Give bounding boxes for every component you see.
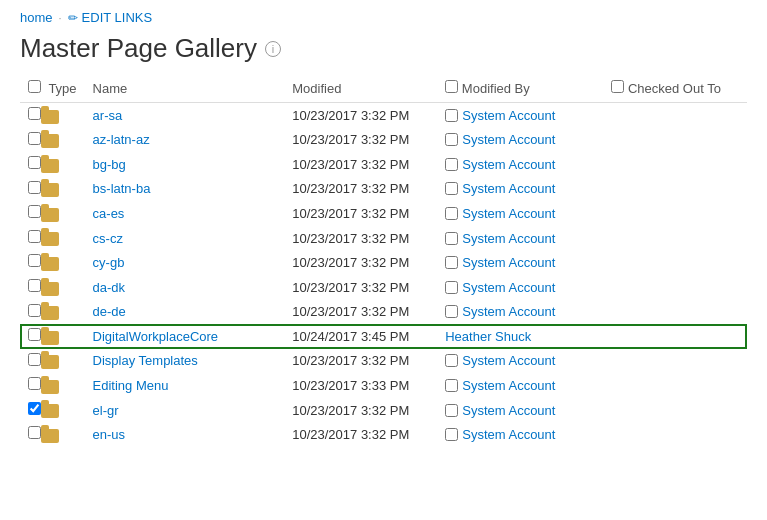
- table-row[interactable]: en-us10/23/2017 3:32 PMSystem Account: [20, 422, 747, 447]
- modified-by-link[interactable]: System Account: [462, 255, 555, 270]
- select-all-checkbox[interactable]: [28, 80, 41, 93]
- modified-by-link[interactable]: System Account: [462, 181, 555, 196]
- modified-cell: 10/23/2017 3:32 PM: [284, 201, 437, 226]
- home-link[interactable]: home: [20, 10, 53, 25]
- modified-by-checkbox[interactable]: [445, 305, 458, 318]
- row-select-checkbox[interactable]: [28, 230, 41, 243]
- row-select-checkbox[interactable]: [28, 377, 41, 390]
- modified-by-link[interactable]: Heather Shuck: [445, 329, 531, 344]
- modified-by-link[interactable]: System Account: [462, 378, 555, 393]
- modified-by-cell: System Account: [437, 152, 603, 177]
- folder-link[interactable]: Editing Menu: [93, 378, 169, 393]
- modified-by-checkbox[interactable]: [445, 354, 458, 367]
- table-row[interactable]: ca-es10/23/2017 3:32 PMSystem Account: [20, 201, 747, 226]
- col-header-modified: Modified: [284, 74, 437, 103]
- modified-by-link[interactable]: System Account: [462, 132, 555, 147]
- breadcrumb: home · ✏ EDIT LINKS: [0, 0, 767, 29]
- table-row[interactable]: Display Templates10/23/2017 3:32 PMSyste…: [20, 349, 747, 374]
- row-select-checkbox[interactable]: [28, 353, 41, 366]
- table-row[interactable]: el-gr10/23/2017 3:32 PMSystem Account: [20, 398, 747, 423]
- modified-cell: 10/23/2017 3:32 PM: [284, 398, 437, 423]
- table-row[interactable]: bg-bg10/23/2017 3:32 PMSystem Account: [20, 152, 747, 177]
- modified-by-header-checkbox[interactable]: [445, 80, 458, 93]
- table-row[interactable]: DigitalWorkplaceCore10/24/2017 3:45 PMHe…: [20, 324, 747, 349]
- folder-icon: [41, 404, 59, 418]
- folder-link[interactable]: bg-bg: [93, 157, 126, 172]
- modified-by-link[interactable]: System Account: [462, 304, 555, 319]
- folder-link[interactable]: ar-sa: [93, 108, 123, 123]
- modified-by-link[interactable]: System Account: [462, 427, 555, 442]
- row-select-checkbox[interactable]: [28, 181, 41, 194]
- folder-link[interactable]: da-dk: [93, 280, 126, 295]
- type-cell: [20, 201, 85, 226]
- row-select-checkbox[interactable]: [28, 279, 41, 292]
- modified-by-checkbox[interactable]: [445, 404, 458, 417]
- modified-by-link[interactable]: System Account: [462, 231, 555, 246]
- folder-link[interactable]: de-de: [93, 304, 126, 319]
- folder-link[interactable]: cy-gb: [93, 255, 125, 270]
- checked-out-cell: [603, 398, 747, 423]
- folder-link[interactable]: el-gr: [93, 403, 119, 418]
- table-row[interactable]: cy-gb10/23/2017 3:32 PMSystem Account: [20, 250, 747, 275]
- modified-by-checkbox[interactable]: [445, 379, 458, 392]
- modified-by-checkbox[interactable]: [445, 158, 458, 171]
- row-select-checkbox[interactable]: [28, 426, 41, 439]
- modified-by-cell: System Account: [437, 275, 603, 300]
- type-cell: [20, 324, 85, 349]
- row-select-checkbox[interactable]: [28, 402, 41, 415]
- modified-by-link[interactable]: System Account: [462, 157, 555, 172]
- table-row[interactable]: da-dk10/23/2017 3:32 PMSystem Account: [20, 275, 747, 300]
- info-icon[interactable]: i: [265, 41, 281, 57]
- row-select-checkbox[interactable]: [28, 304, 41, 317]
- modified-by-checkbox[interactable]: [445, 428, 458, 441]
- folder-icon: [41, 183, 59, 197]
- row-select-checkbox[interactable]: [28, 132, 41, 145]
- modified-by-checkbox[interactable]: [445, 182, 458, 195]
- folder-link[interactable]: en-us: [93, 427, 126, 442]
- table-row[interactable]: de-de10/23/2017 3:32 PMSystem Account: [20, 300, 747, 325]
- edit-links-button[interactable]: ✏ EDIT LINKS: [68, 10, 153, 25]
- type-cell: [20, 300, 85, 325]
- modified-cell: 10/23/2017 3:32 PM: [284, 250, 437, 275]
- checked-out-cell: [603, 422, 747, 447]
- table-row[interactable]: Editing Menu10/23/2017 3:33 PMSystem Acc…: [20, 373, 747, 398]
- modified-cell: 10/23/2017 3:32 PM: [284, 300, 437, 325]
- modified-by-link[interactable]: System Account: [462, 353, 555, 368]
- table-row[interactable]: ar-sa10/23/2017 3:32 PMSystem Account: [20, 103, 747, 128]
- folder-link[interactable]: az-latn-az: [93, 132, 150, 147]
- modified-by-link[interactable]: System Account: [462, 403, 555, 418]
- table-row[interactable]: bs-latn-ba10/23/2017 3:32 PMSystem Accou…: [20, 177, 747, 202]
- folder-icon: [41, 159, 59, 173]
- modified-by-checkbox[interactable]: [445, 207, 458, 220]
- table-row[interactable]: az-latn-az10/23/2017 3:32 PMSystem Accou…: [20, 128, 747, 153]
- folder-link[interactable]: DigitalWorkplaceCore: [93, 329, 218, 344]
- col-header-name: Name: [85, 74, 285, 103]
- modified-by-cell: System Account: [437, 349, 603, 374]
- row-select-checkbox[interactable]: [28, 107, 41, 120]
- checked-out-cell: [603, 250, 747, 275]
- row-select-checkbox[interactable]: [28, 254, 41, 267]
- modified-by-checkbox[interactable]: [445, 281, 458, 294]
- folder-link[interactable]: Display Templates: [93, 353, 198, 368]
- checked-out-header-checkbox[interactable]: [611, 80, 624, 93]
- folder-icon: [41, 331, 59, 345]
- modified-cell: 10/23/2017 3:32 PM: [284, 152, 437, 177]
- modified-by-cell: System Account: [437, 250, 603, 275]
- modified-by-link[interactable]: System Account: [462, 206, 555, 221]
- modified-by-checkbox[interactable]: [445, 232, 458, 245]
- modified-by-checkbox[interactable]: [445, 256, 458, 269]
- checked-out-cell: [603, 128, 747, 153]
- folder-link[interactable]: cs-cz: [93, 231, 123, 246]
- row-select-checkbox[interactable]: [28, 205, 41, 218]
- modified-by-link[interactable]: System Account: [462, 108, 555, 123]
- modified-by-checkbox[interactable]: [445, 133, 458, 146]
- folder-link[interactable]: ca-es: [93, 206, 125, 221]
- modified-by-cell: System Account: [437, 201, 603, 226]
- modified-by-link[interactable]: System Account: [462, 280, 555, 295]
- folder-link[interactable]: bs-latn-ba: [93, 181, 151, 196]
- modified-by-checkbox[interactable]: [445, 109, 458, 122]
- row-select-checkbox[interactable]: [28, 328, 41, 341]
- row-select-checkbox[interactable]: [28, 156, 41, 169]
- table-row[interactable]: cs-cz10/23/2017 3:32 PMSystem Account: [20, 226, 747, 251]
- modified-cell: 10/23/2017 3:32 PM: [284, 422, 437, 447]
